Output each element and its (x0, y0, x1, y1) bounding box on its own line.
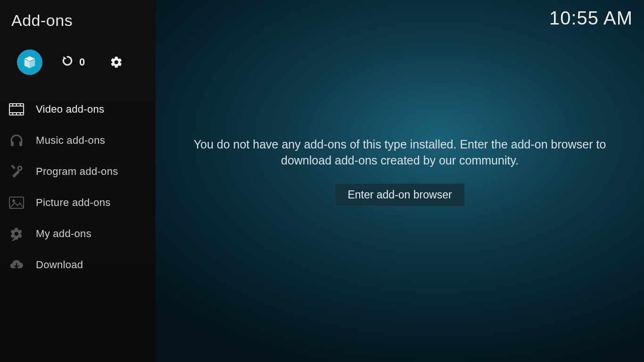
tools-icon (8, 165, 25, 179)
updates-count: 0 (79, 56, 85, 68)
sidebar-item-download[interactable]: Download (0, 249, 156, 280)
svg-rect-10 (19, 141, 22, 146)
svg-point-14 (12, 199, 15, 202)
sidebar-item-label: Download (36, 259, 83, 271)
headphones-icon (8, 133, 25, 148)
sidebar-item-program-addons[interactable]: Program add-ons (0, 156, 156, 187)
enter-addon-browser-button[interactable]: Enter add-on browser (335, 183, 464, 206)
sidebar-menu: Video add-ons Music add-ons (0, 94, 156, 280)
sidebar-top-icons: 0 (0, 44, 156, 94)
sidebar-item-label: Music add-ons (36, 134, 105, 147)
updates-button[interactable]: 0 (61, 55, 85, 70)
sidebar-item-picture-addons[interactable]: Picture add-ons (0, 187, 156, 218)
clock: 10:55 AM (549, 8, 633, 29)
gear-icon (110, 56, 123, 69)
sidebar-item-video-addons[interactable]: Video add-ons (0, 94, 156, 125)
box-icon-button[interactable] (17, 49, 42, 75)
svg-rect-9 (11, 141, 14, 146)
svg-rect-12 (11, 165, 16, 169)
refresh-icon (61, 55, 74, 70)
settings-button[interactable] (104, 49, 129, 75)
svg-point-11 (18, 166, 22, 170)
page-title: Add-ons (0, 5, 156, 44)
main-content: 10:55 AM You do not have any add-ons of … (156, 0, 644, 362)
sidebar-item-my-addons[interactable]: My add-ons (0, 218, 156, 249)
sidebar-item-label: My add-ons (36, 228, 91, 240)
gear-tools-icon (8, 227, 25, 241)
film-icon (8, 102, 25, 116)
cloud-download-icon (8, 258, 25, 272)
sidebar-item-label: Picture add-ons (36, 197, 111, 209)
empty-state-message: You do not have any add-ons of this type… (173, 137, 626, 169)
app-root: Add-ons 0 (0, 0, 644, 362)
open-box-icon (23, 55, 37, 69)
sidebar-item-label: Video add-ons (36, 103, 104, 115)
picture-icon (8, 196, 25, 210)
sidebar-item-music-addons[interactable]: Music add-ons (0, 125, 156, 156)
sidebar: Add-ons 0 (0, 0, 156, 362)
sidebar-item-label: Program add-ons (36, 165, 118, 178)
